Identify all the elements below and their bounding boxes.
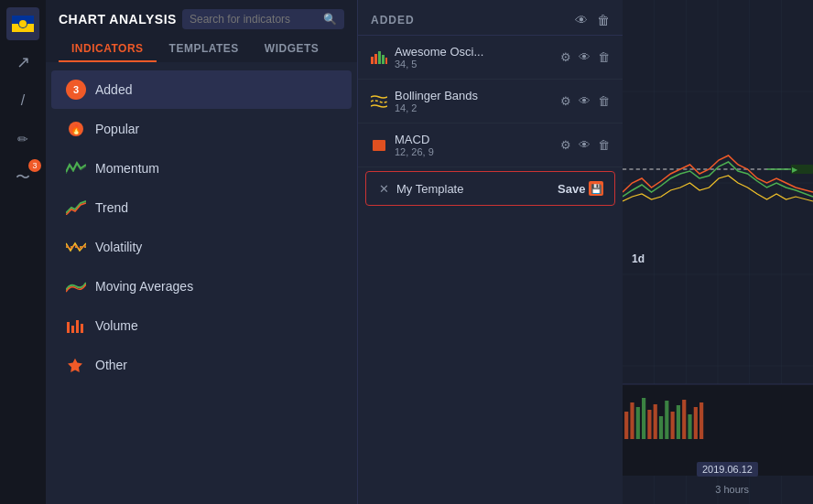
chart-time-label: 3 hours <box>715 484 749 495</box>
save-template-button[interactable]: Save 💾 <box>558 181 603 196</box>
trend-icon <box>66 198 86 218</box>
macd-name: MACD <box>395 133 553 146</box>
svg-rect-33 <box>636 407 640 439</box>
volume-label: Volume <box>95 318 138 333</box>
other-label: Other <box>95 358 127 372</box>
popular-icon: 🔥 <box>66 119 86 139</box>
awesome-controls: ⚙ 👁 🗑 <box>560 50 610 64</box>
svg-rect-7 <box>67 322 70 333</box>
svg-rect-32 <box>630 402 634 439</box>
tab-indicators[interactable]: INDICATORS <box>59 37 157 62</box>
category-item-momentum[interactable]: Momentum <box>51 149 352 188</box>
macd-visibility-icon[interactable]: 👁 <box>579 138 591 152</box>
chart-date-label: 2019.06.12 <box>697 462 758 477</box>
added-label: Added <box>95 82 132 97</box>
delete-all-icon[interactable]: 🗑 <box>597 13 610 27</box>
svg-rect-41 <box>682 400 686 439</box>
timeframe-label: 1d <box>632 252 645 265</box>
macd-controls: ⚙ 👁 🗑 <box>560 138 610 152</box>
bollinger-params: 14, 2 <box>395 102 553 113</box>
volatility-icon <box>66 237 86 257</box>
awesome-delete-icon[interactable]: 🗑 <box>598 50 610 64</box>
template-name-input[interactable] <box>396 182 550 196</box>
svg-rect-9 <box>76 320 79 333</box>
panel-title-row: CHART ANALYSIS 🔍 <box>59 9 344 29</box>
category-list: 3 Added 🔥 Popular Momentum <box>46 62 357 504</box>
tab-templates[interactable]: TEMPLATES <box>157 37 252 62</box>
volatility-label: Volatility <box>95 240 142 254</box>
cursor-tool-icon[interactable]: ↗ <box>6 46 39 79</box>
visibility-all-icon[interactable]: 👁 <box>575 13 588 27</box>
search-icon: 🔍 <box>323 13 337 26</box>
svg-rect-34 <box>642 398 645 439</box>
search-input[interactable] <box>190 13 318 26</box>
volume-icon <box>66 316 86 336</box>
indicators-title: ADDED <box>371 14 415 27</box>
category-item-other[interactable]: Other <box>51 346 352 384</box>
indicator-icon[interactable]: 〜 3 <box>6 161 39 194</box>
chart-svg: ▶ <box>623 0 813 504</box>
search-box[interactable]: 🔍 <box>182 9 344 29</box>
panel-tabs: INDICATORS TEMPLATES WIDGETS <box>59 37 344 62</box>
category-item-volatility[interactable]: Volatility <box>51 228 352 266</box>
macd-delete-icon[interactable]: 🗑 <box>598 138 610 152</box>
line-tool-icon[interactable]: / <box>6 84 39 117</box>
indicators-actions: 👁 🗑 <box>575 13 610 27</box>
svg-text:🔥: 🔥 <box>70 123 82 135</box>
bollinger-icon <box>371 93 387 110</box>
svg-rect-31 <box>624 412 628 439</box>
svg-rect-35 <box>647 410 651 439</box>
template-save-row: ✕ Save 💾 <box>365 171 615 206</box>
template-close-icon[interactable]: ✕ <box>379 182 389 196</box>
bollinger-info: Bollinger Bands 14, 2 <box>395 89 553 113</box>
left-sidebar: ↗ / ✏ 〜 3 <box>0 0 46 504</box>
category-item-volume[interactable]: Volume <box>51 306 352 345</box>
svg-rect-38 <box>665 401 668 439</box>
panel-header: CHART ANALYSIS 🔍 INDICATORS TEMPLATES WI… <box>46 0 357 62</box>
awesome-info: Awesome Osci... 34, 5 <box>395 45 553 70</box>
momentum-label: Momentum <box>95 161 159 176</box>
indicator-row-awesome: Awesome Osci... 34, 5 ⚙ 👁 🗑 <box>358 36 623 80</box>
svg-rect-16 <box>385 58 387 64</box>
category-item-popular[interactable]: 🔥 Popular <box>51 110 352 148</box>
added-badge: 3 <box>66 80 86 100</box>
svg-rect-12 <box>371 57 374 64</box>
awesome-params: 34, 5 <box>395 59 553 70</box>
svg-marker-11 <box>68 359 82 372</box>
svg-text:▶: ▶ <box>792 166 798 174</box>
category-item-moving-averages[interactable]: Moving Averages <box>51 267 352 306</box>
momentum-icon <box>66 158 86 178</box>
svg-rect-36 <box>654 404 657 439</box>
save-label: Save <box>558 182 585 196</box>
bollinger-settings-icon[interactable]: ⚙ <box>560 94 571 108</box>
bollinger-visibility-icon[interactable]: 👁 <box>579 94 591 108</box>
bollinger-name: Bollinger Bands <box>395 89 553 102</box>
svg-rect-39 <box>671 412 675 439</box>
main-panel: CHART ANALYSIS 🔍 INDICATORS TEMPLATES WI… <box>46 0 357 504</box>
svg-rect-44 <box>699 402 703 439</box>
flag-icon[interactable] <box>6 7 39 40</box>
indicators-panel: ADDED 👁 🗑 Awesome Osci... 34, 5 ⚙ 👁 🗑 <box>357 0 623 504</box>
svg-rect-14 <box>378 51 381 64</box>
panel-title: CHART ANALYSIS <box>59 12 177 27</box>
bollinger-delete-icon[interactable]: 🗑 <box>598 94 610 108</box>
svg-point-3 <box>19 20 27 27</box>
tab-widgets[interactable]: WIDGETS <box>252 37 332 62</box>
macd-settings-icon[interactable]: ⚙ <box>560 138 571 152</box>
svg-rect-17 <box>373 140 385 151</box>
awesome-visibility-icon[interactable]: 👁 <box>579 50 591 64</box>
other-icon <box>66 355 86 375</box>
svg-rect-37 <box>659 416 663 439</box>
indicators-header: ADDED 👁 🗑 <box>358 0 623 36</box>
pencil-icon[interactable]: ✏ <box>6 123 39 155</box>
svg-rect-13 <box>374 54 377 64</box>
bollinger-controls: ⚙ 👁 🗑 <box>560 94 610 108</box>
category-item-trend[interactable]: Trend <box>51 188 352 227</box>
indicator-badge: 3 <box>28 159 41 172</box>
awesome-settings-icon[interactable]: ⚙ <box>560 50 571 64</box>
category-item-added[interactable]: 3 Added <box>51 70 352 109</box>
svg-rect-15 <box>382 55 385 64</box>
popular-label: Popular <box>95 122 139 136</box>
svg-rect-40 <box>677 405 680 439</box>
macd-params: 12, 26, 9 <box>395 146 553 157</box>
